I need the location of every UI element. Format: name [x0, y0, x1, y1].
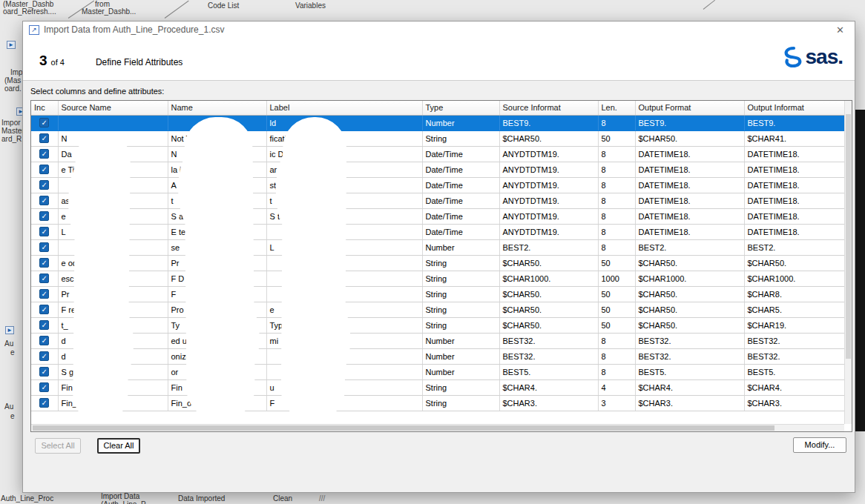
sas-logo-swirl-icon: [782, 46, 804, 68]
modify-button[interactable]: Modify...: [793, 437, 846, 453]
include-checkbox[interactable]: ✓: [39, 273, 49, 283]
cell-source-informat: ANYDTDTM19.: [499, 208, 598, 224]
include-checkbox[interactable]: ✓: [39, 336, 49, 345]
include-checkbox[interactable]: ✓: [39, 305, 49, 314]
column-header-source-informat[interactable]: Source Informat: [499, 101, 598, 115]
dialog-titlebar[interactable]: ↗ Import Data from Auth_Line_Procedure_1…: [23, 21, 855, 38]
include-checkbox[interactable]: ✓: [39, 227, 49, 236]
cell-output-format: DATETIME18.: [635, 224, 744, 239]
table-row[interactable]: ✓PrFString$CHAR50.50$CHAR50.$CHAR8.: [31, 286, 846, 302]
cell-include: ✓: [31, 146, 58, 162]
cell-output-informat: DATETIME18.: [744, 177, 846, 193]
table-row[interactable]: ✓FinFinuString$CHAR4.4$CHAR4.$CHAR4.: [31, 379, 846, 395]
cell-output-informat: $CHAR1000.: [744, 271, 846, 286]
horizontal-scrollbar-thumb[interactable]: [33, 425, 774, 431]
table-row[interactable]: ✓NNot Typeficati eString$CHAR50.50$CHAR5…: [31, 130, 846, 146]
cell-len: 8: [598, 224, 635, 239]
include-checkbox[interactable]: ✓: [39, 165, 49, 174]
include-checkbox[interactable]: ✓: [39, 133, 49, 143]
cell-len: 8: [598, 177, 635, 193]
table-row[interactable]: ✓ded uvmiNumberBEST32.8BEST32.BEST32.: [31, 333, 846, 348]
table-row[interactable]: ✓Fin_ dFin_ou edFString$CHAR3.3$CHAR3.$C…: [31, 395, 846, 411]
table-row[interactable]: ✓LE teDate/TimeANYDTDTM19.8DATETIME18.DA…: [31, 224, 846, 239]
column-header-inc[interactable]: Inc: [31, 101, 58, 115]
cell-source-informat: $CHAR1000.: [499, 271, 598, 286]
cell-len: 8: [598, 364, 635, 379]
include-checkbox[interactable]: ✓: [39, 320, 49, 330]
cell-source-informat: $CHAR50.: [499, 286, 598, 302]
include-checkbox[interactable]: ✓: [39, 149, 49, 159]
table-row[interactable]: ✓F re de_Pro re_Co eeString$CHAR50.50$CH…: [31, 302, 846, 317]
include-checkbox[interactable]: ✓: [39, 211, 49, 221]
cell-len: 50: [598, 130, 635, 146]
cell-include: ✓: [31, 348, 58, 364]
close-icon[interactable]: ✕: [832, 24, 849, 36]
table-row[interactable]: ✓e Timela imear eDate/TimeANYDTDTM19.8DA…: [31, 162, 846, 177]
cell-include: ✓: [31, 177, 58, 193]
wizard-header: 3 of 4 Define Field Attributes sas.: [23, 38, 855, 81]
bg-node-label: Master: [1, 127, 24, 135]
table-row[interactable]: ✓S ge rorNumberBEST5.8BEST5.BEST5.: [31, 364, 846, 379]
cell-type: Date/Time: [422, 177, 499, 193]
cell-include: ✓: [31, 364, 58, 379]
cell-type: String: [422, 130, 499, 146]
bg-node-label: Au: [4, 339, 13, 348]
cell-len: 8: [598, 348, 635, 364]
table-row[interactable]: ✓ldNumberBEST9.8BEST9.BEST9.: [31, 115, 846, 130]
include-checkbox[interactable]: ✓: [39, 242, 49, 252]
column-header-output-informat[interactable]: Output Informat: [744, 101, 846, 115]
cell-len: 4: [598, 379, 635, 395]
bg-node-label: Auth_Line_Proc: [1, 494, 53, 503]
include-checkbox[interactable]: ✓: [39, 118, 49, 127]
include-checkbox[interactable]: ✓: [39, 258, 49, 268]
cell-include: ✓: [31, 302, 58, 317]
field-attributes-table: Inc Source Name Name Label Type Source I…: [30, 100, 852, 432]
table-row[interactable]: ✓as.ttDate/TimeANYDTDTM19.8DATETIME18.DA…: [31, 193, 846, 208]
include-checkbox[interactable]: ✓: [39, 398, 49, 408]
cell-output-informat: $CHAR3.: [744, 395, 846, 411]
cell-include: ✓: [31, 395, 58, 411]
page-title: Define Field Attributes: [96, 57, 182, 67]
vertical-scrollbar[interactable]: [844, 101, 852, 424]
include-checkbox[interactable]: ✓: [39, 196, 49, 205]
include-checkbox[interactable]: ✓: [39, 382, 49, 392]
table-row[interactable]: ✓donizedNumberBEST32.8BEST32.BEST32.: [31, 348, 846, 364]
vertical-scrollbar-thumb[interactable]: [846, 114, 851, 359]
column-header-output-format[interactable]: Output Format: [635, 101, 744, 115]
bg-node-label: Variables: [295, 1, 326, 10]
cell-output-informat: $CHAR8.: [744, 286, 846, 302]
table-row[interactable]: ✓DaNic Du.Date/TimeANYDTDTM19.8DATETIME1…: [31, 146, 846, 162]
step-of-total: of 4: [51, 58, 65, 67]
cell-output-format: BEST2.: [635, 239, 744, 255]
column-header-type[interactable]: Type: [422, 101, 499, 115]
cell-source-informat: $CHAR4.: [499, 379, 598, 395]
table-row[interactable]: ✓Ast_Date/TimeANYDTDTM19.8DATETIME18.DAT…: [31, 177, 846, 193]
table-row[interactable]: ✓t_TyTypString$CHAR50.50$CHAR50.$CHAR19.: [31, 317, 846, 333]
table-row[interactable]: ✓eS ateS teDate/TimeANYDTDTM19.8DATETIME…: [31, 208, 846, 224]
table-row[interactable]: ✓seLNumberBEST2.8BEST2.BEST2.: [31, 239, 846, 255]
cell-source-informat: ANYDTDTM19.: [499, 162, 598, 177]
column-header-name[interactable]: Name: [168, 101, 266, 115]
bg-node-label: Imp: [10, 68, 23, 76]
cell-source-informat: BEST5.: [499, 364, 598, 379]
table-row[interactable]: ✓escF DString$CHAR1000.1000$CHAR1000.$CH…: [31, 271, 846, 286]
bg-node-label: e: [10, 412, 15, 420]
horizontal-scrollbar[interactable]: [31, 424, 844, 431]
cell-source-informat: ANYDTDTM19.: [499, 177, 598, 193]
redaction-blob: [281, 117, 347, 422]
table-row[interactable]: ✓e od.PrString$CHAR50.50$CHAR50.$CHAR50.: [31, 255, 846, 271]
column-header-source-name[interactable]: Source Name: [58, 101, 168, 115]
clear-all-button[interactable]: Clear All: [97, 438, 140, 454]
cell-output-format: DATETIME18.: [635, 177, 744, 193]
column-header-label[interactable]: Label: [266, 101, 422, 115]
cell-output-format: $CHAR50.: [635, 317, 744, 333]
include-checkbox[interactable]: ✓: [39, 351, 49, 361]
redaction-blob: [184, 117, 255, 420]
include-checkbox[interactable]: ✓: [39, 180, 49, 190]
dialog-title: Import Data from Auth_Line_Procedure_1.c…: [44, 24, 832, 35]
include-checkbox[interactable]: ✓: [39, 289, 49, 299]
column-header-len[interactable]: Len.: [598, 101, 635, 115]
select-all-button[interactable]: Select All: [35, 438, 81, 454]
include-checkbox[interactable]: ✓: [39, 367, 49, 377]
bg-node-label: Impor: [1, 119, 21, 127]
